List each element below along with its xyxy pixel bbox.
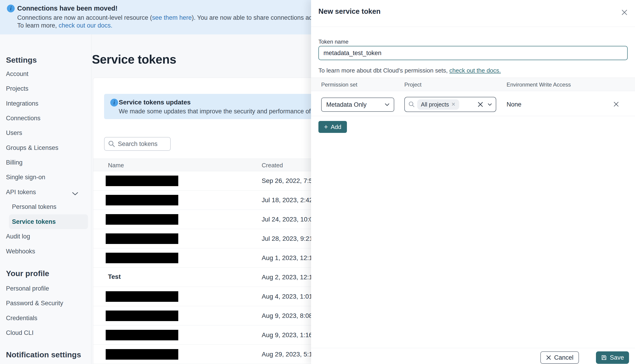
chip-label: All projects	[421, 101, 449, 108]
banner-line2-text: To learn more,	[17, 22, 59, 29]
divider	[311, 116, 635, 116]
save-disk-icon	[601, 354, 607, 360]
sidebar-item-users[interactable]: Users	[0, 126, 91, 140]
sidebar-item-password-security[interactable]: Password & Security	[0, 296, 91, 310]
chevron-down-icon	[385, 103, 390, 106]
redacted-token-name[interactable]	[106, 330, 178, 340]
app-root: i Connections have been moved! Connectio…	[0, 0, 635, 364]
check-out-docs-link[interactable]: check out our docs.	[59, 22, 112, 29]
chevron-down-icon[interactable]	[487, 103, 492, 106]
permission-docs-line: To learn more about dbt Cloud's permissi…	[319, 67, 501, 74]
all-projects-chip: All projects ✕	[417, 100, 459, 110]
token-name-link[interactable]: Test	[108, 273, 121, 280]
sidebar-header-your-profile: Your profile	[6, 269, 49, 278]
see-them-here-link[interactable]: see them here	[152, 14, 192, 21]
sidebar-item-credentials[interactable]: Credentials	[0, 311, 91, 326]
column-header-name: Name	[108, 162, 124, 169]
panel-title: New service token	[319, 7, 381, 16]
search-tokens-field[interactable]	[104, 137, 171, 151]
search-icon	[108, 140, 115, 147]
redacted-token-name[interactable]	[106, 349, 178, 360]
column-header-created: Created	[262, 162, 283, 169]
sidebar-item-integrations[interactable]: Integrations	[0, 96, 91, 111]
banner-text-line2: To learn more, check out our docs.	[17, 22, 112, 29]
sidebar-item-projects[interactable]: Projects	[0, 81, 91, 96]
sidebar-item-audit-log[interactable]: Audit log	[0, 229, 91, 244]
redacted-token-name[interactable]	[106, 195, 178, 206]
remove-permission-row-icon[interactable]	[612, 100, 620, 108]
project-combobox[interactable]: All projects ✕	[404, 97, 496, 112]
panel-footer: Cancel Save	[311, 348, 635, 364]
sidebar-header-settings: Settings	[6, 56, 37, 64]
redacted-token-name[interactable]	[106, 291, 178, 302]
sidebar-item-single-sign-on[interactable]: Single sign-on	[0, 170, 91, 184]
remove-chip-icon[interactable]: ✕	[451, 102, 455, 107]
sidebar-item-connections[interactable]: Connections	[0, 111, 91, 126]
token-name-input[interactable]	[319, 46, 628, 60]
column-header-env-write-access: Environment Write Access	[507, 82, 571, 88]
redacted-token-name[interactable]	[106, 310, 178, 321]
clear-selection-icon[interactable]	[477, 102, 483, 108]
redacted-token-name[interactable]	[106, 234, 178, 244]
redacted-token-name[interactable]	[106, 214, 178, 225]
plus-icon: +	[324, 124, 328, 130]
info-icon: i	[7, 4, 15, 12]
banner-title: Connections have been moved!	[17, 4, 118, 12]
sidebar-item-webhooks[interactable]: Webhooks	[0, 244, 91, 259]
redacted-token-name[interactable]	[106, 253, 178, 263]
save-button[interactable]: Save	[596, 352, 629, 364]
sidebar-item-groups-licenses[interactable]: Groups & Licenses	[0, 140, 91, 155]
redacted-token-name[interactable]	[106, 176, 178, 186]
banner-line1-text: Connections are now an account-level res…	[17, 14, 152, 21]
close-icon[interactable]	[620, 8, 629, 17]
sidebar-item-api-tokens[interactable]: API tokens	[0, 185, 91, 200]
add-permission-button[interactable]: + Add	[319, 121, 347, 133]
sidebar-item-cloud-cli[interactable]: Cloud CLI	[0, 326, 91, 340]
chevron-down-icon	[72, 190, 79, 198]
check-out-the-docs-link[interactable]: check out the docs.	[449, 67, 501, 74]
sidebar-item-billing[interactable]: Billing	[0, 155, 91, 170]
permission-set-select[interactable]: Metadata Only	[321, 98, 394, 112]
search-icon	[409, 101, 415, 108]
sidebar-item-personal-tokens[interactable]: Personal tokens	[0, 200, 91, 214]
sidebar-item-personal-profile[interactable]: Personal profile	[0, 281, 91, 296]
infobox-title: Service tokens updates	[119, 99, 191, 106]
page-title: Service tokens	[92, 52, 176, 66]
settings-sidebar: Settings Account Projects Integrations C…	[0, 34, 91, 364]
sidebar-item-service-tokens[interactable]: Service tokens	[9, 214, 88, 229]
sidebar-item-account[interactable]: Account	[0, 66, 91, 81]
search-input[interactable]	[118, 140, 166, 148]
close-icon	[546, 355, 551, 360]
token-name-label: Token name	[319, 38, 349, 45]
permissions-table-header: Permission set Project Environment Write…	[311, 78, 635, 91]
environment-write-access-value: None	[507, 101, 521, 108]
column-header-permission-set: Permission set	[321, 82, 357, 88]
permission-set-value: Metadata Only	[326, 101, 385, 108]
new-service-token-panel: New service token Token name To learn mo…	[311, 0, 635, 364]
sidebar-header-notification-settings: Notification settings	[6, 350, 81, 359]
panel-header: New service token	[311, 0, 635, 27]
info-icon: i	[110, 99, 118, 106]
cancel-button[interactable]: Cancel	[540, 352, 579, 364]
column-header-project: Project	[404, 82, 422, 88]
